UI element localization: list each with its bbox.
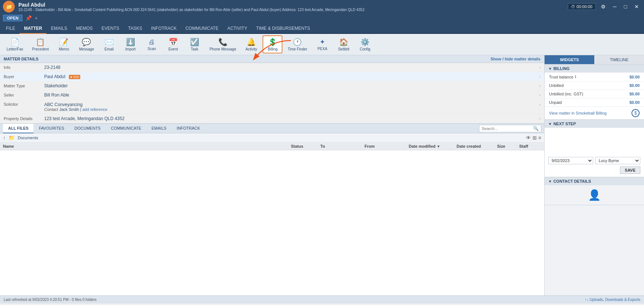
list-view-icon[interactable]: ≡ (538, 135, 541, 141)
contact-details-section: ▼ CONTACT DETAILS 👤 (545, 177, 644, 205)
title-info: Paul Abdul 23-2148 - Stakeholder - Bill … (18, 2, 365, 12)
view-billing-link[interactable]: View matter in Smokeball Billing $ (545, 107, 644, 119)
buyer-arrow: › (539, 74, 541, 79)
email-button[interactable]: ✉️ Email (99, 36, 119, 53)
letter-fax-button[interactable]: 📄 Letter/Fax (3, 36, 27, 53)
event-button[interactable]: 📅 Event (163, 36, 183, 53)
breadcrumb: 23-2148 - Stakeholder - Bill Able - Smok… (18, 8, 365, 12)
matter-row-matter-type[interactable]: Matter Type Stakeholder › (0, 81, 544, 91)
import-button[interactable]: ⬇️ Import (120, 36, 140, 53)
scan-label: Scan (148, 47, 156, 51)
config-button[interactable]: ⚙️ Config (355, 36, 375, 53)
message-button[interactable]: 💬 Message (75, 36, 98, 53)
menu-item-infotrack[interactable]: INFOTRACK (147, 24, 181, 34)
settlelt-button[interactable]: 🏠 Settlelt (334, 36, 353, 53)
property-arrow: › (539, 116, 541, 121)
save-button[interactable]: SAVE (620, 166, 640, 174)
matter-row-property[interactable]: Property Details 123 test Arcade, Mering… (0, 114, 544, 123)
memo-icon: 📝 (59, 38, 68, 46)
precedent-label: Precedent (32, 47, 49, 51)
menu-item-tasks[interactable]: TASKS (124, 24, 147, 34)
eye-icon[interactable]: 👁 (526, 135, 531, 141)
phone-message-icon: 📞 (218, 38, 228, 46)
config-icon: ⚙️ (360, 38, 370, 46)
grid-view-icon[interactable]: ⊞ (532, 135, 537, 141)
col-header-staff[interactable]: Staff (519, 144, 541, 148)
property-value: 123 test Arcade, Meringandan QLD 4352 (44, 116, 539, 121)
col-header-datecreated[interactable]: Date created (457, 144, 497, 148)
task-button[interactable]: ☑️ Task (184, 36, 204, 53)
pexa-icon: ✦ (320, 38, 325, 46)
next-step-section: ▼ NEXT STEP 9/02/2023 Lucy Byrne SAVE (545, 120, 644, 177)
next-step-collapse-icon[interactable]: ▼ (548, 122, 552, 126)
billing-section: ▼ BILLING Trust balance ℹ $0.00 Unbilled… (545, 64, 644, 120)
solicitor-contact: Contact Jack Smith | add reference (44, 107, 539, 112)
minimize-button[interactable]: ─ (611, 3, 619, 10)
open-bar: OPEN 📌 + (0, 13, 644, 24)
menu-item-time[interactable]: TIME & DISBURSEMENTS (251, 24, 314, 34)
tab-widgets[interactable]: WIDGETS (545, 55, 594, 64)
up-arrow-icon[interactable]: ↑ (3, 135, 6, 141)
col-header-datemod[interactable]: Date modified ▼ (409, 144, 457, 148)
matter-row-seller[interactable]: Seller Bill Ron Able › (0, 91, 544, 100)
col-header-size[interactable]: Size (497, 144, 519, 148)
next-step-date-select[interactable]: 9/02/2023 (548, 157, 593, 164)
next-step-textarea[interactable] (545, 128, 644, 154)
precedent-button[interactable]: 📋 Precedent (28, 36, 53, 53)
col-header-status[interactable]: Status (291, 144, 320, 148)
add-reference-link[interactable]: add reference (82, 107, 108, 112)
add-icon[interactable]: + (35, 15, 38, 21)
memo-button[interactable]: 📝 Memo (54, 36, 74, 53)
menu-item-events[interactable]: EVENTS (97, 24, 124, 34)
next-step-person-select[interactable]: Lucy Byrne (595, 157, 640, 164)
next-step-title: NEXT STEP (553, 122, 576, 126)
maximize-button[interactable]: □ (622, 3, 629, 10)
info-arrow: › (539, 65, 541, 70)
activity-button[interactable]: 🔔 Activity (241, 36, 261, 53)
close-button[interactable]: ✕ (632, 3, 641, 10)
uploads-link[interactable]: ↑↓ Uploads, Downloads & Exports (585, 298, 640, 302)
matter-type-value: Stakeholder (44, 83, 539, 88)
tab-communicate[interactable]: COMMUNICATE (106, 124, 146, 133)
billing-link-icon: $ (631, 109, 640, 117)
show-hide-link[interactable]: Show / hide matter details (490, 57, 541, 61)
tab-favourites[interactable]: FAVOURITES (34, 124, 69, 133)
menu-item-matter[interactable]: MATTER (20, 24, 46, 34)
matter-row-info[interactable]: Info 23-2148 › (0, 63, 544, 72)
toolbar: 📄 Letter/Fax 📋 Precedent 📝 Memo 💬 Messag… (0, 34, 644, 55)
seller-arrow: › (539, 92, 541, 98)
menu-item-file[interactable]: FILE (1, 24, 20, 34)
tab-emails[interactable]: EMAILS (146, 124, 171, 133)
save-row: SAVE (545, 166, 644, 177)
tab-documents[interactable]: DOCUMENTS (69, 124, 106, 133)
matter-row-buyer[interactable]: Buyer Paul Abdul ● VOI › (0, 72, 544, 81)
email-icon: ✉️ (105, 38, 114, 46)
message-label: Message (79, 47, 94, 51)
settings-button[interactable]: ⚙ (599, 3, 608, 10)
billing-collapse-icon[interactable]: ▼ (548, 67, 552, 71)
phone-message-button[interactable]: 📞 Phone Message (206, 36, 240, 53)
tab-all-files[interactable]: ALL FILES (3, 124, 34, 133)
info-icon[interactable]: ℹ (575, 74, 576, 79)
unbilled-gst-value: $0.00 (629, 92, 640, 96)
menu-item-communicate[interactable]: COMMUNICATE (181, 24, 223, 34)
voi-badge: ● VOI (69, 75, 80, 79)
unpaid-label: Unpaid (549, 100, 562, 105)
col-header-from[interactable]: From (365, 144, 409, 148)
col-header-name[interactable]: Name (3, 144, 291, 148)
open-button[interactable]: OPEN (3, 15, 22, 21)
menu-item-activity[interactable]: ACTIVITY (223, 24, 251, 34)
billing-button[interactable]: 💲 Billing (263, 35, 282, 53)
menu-item-emails[interactable]: EMAILS (46, 24, 71, 34)
status-text: Last refreshed at 9/02/2023 4:20:51 PM -… (4, 298, 96, 302)
menu-item-memos[interactable]: MEMOS (71, 24, 97, 34)
col-header-to[interactable]: To (320, 144, 365, 148)
matter-row-solicitor[interactable]: Solicitor ABC Conveyancing Contact Jack … (0, 100, 544, 114)
scan-button[interactable]: 🖨 Scan (142, 37, 162, 52)
search-input[interactable] (482, 126, 533, 131)
pexa-button[interactable]: ✦ PEXA (312, 36, 332, 52)
tab-infotrack[interactable]: INFOTRACK (172, 124, 205, 133)
contact-collapse-icon[interactable]: ▼ (548, 179, 552, 183)
tab-timeline[interactable]: TIMELINE (594, 55, 644, 64)
time-finder-button[interactable]: 🕐 Time Finder (284, 36, 311, 53)
